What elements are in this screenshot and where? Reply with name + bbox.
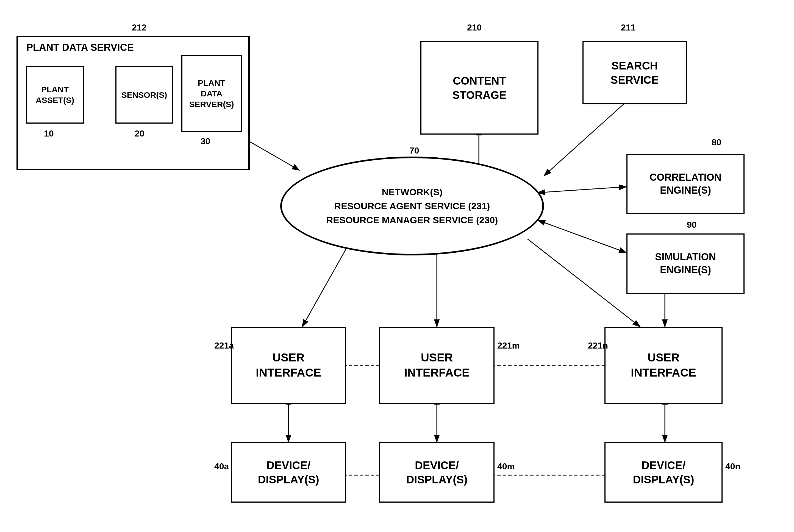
plant-data-server-id: 30 (201, 136, 210, 146)
search-service-id: 211 (621, 22, 636, 33)
correlation-engine-box: CORRELATIONENGINE(S) (626, 154, 744, 214)
correlation-engine-label: CORRELATIONENGINE(S) (649, 171, 721, 197)
correlation-engine-id: 80 (712, 137, 721, 148)
device-m-id: 40m (497, 461, 515, 472)
network-label: NETWORK(S)RESOURCE AGENT SERVICE (231)RE… (326, 185, 498, 227)
user-interface-a-box: USERINTERFACE (231, 327, 346, 404)
ui-m-id: 221m (497, 341, 520, 351)
sensor-id: 20 (135, 129, 145, 139)
user-interface-n-label: USERINTERFACE (631, 350, 696, 380)
content-storage-label: CONTENTSTORAGE (452, 74, 506, 102)
device-display-m-label: DEVICE/DISPLAY(S) (406, 458, 467, 487)
device-display-a-label: DEVICE/DISPLAY(S) (258, 458, 319, 487)
plant-asset-id: 10 (44, 129, 54, 139)
sensor-box: SENSOR(S) (115, 66, 173, 124)
sensor-label: SENSOR(S) (121, 90, 167, 100)
device-display-n-label: DEVICE/DISPLAY(S) (633, 458, 694, 487)
ui-n-id: 221n (588, 341, 608, 351)
network-ellipse: NETWORK(S)RESOURCE AGENT SERVICE (231)RE… (280, 156, 544, 255)
plant-asset-label: PLANTASSET(S) (36, 84, 74, 106)
device-display-a-box: DEVICE/DISPLAY(S) (231, 442, 346, 502)
plant-data-service-id: 212 (132, 22, 147, 33)
plant-data-server-label: PLANTDATASERVER(S) (189, 77, 234, 110)
simulation-engine-label: SIMULATIONENGINE(S) (655, 251, 716, 277)
device-display-n-box: DEVICE/DISPLAY(S) (604, 442, 722, 502)
user-interface-m-box: USERINTERFACE (379, 327, 494, 404)
device-display-m-box: DEVICE/DISPLAY(S) (379, 442, 494, 502)
simulation-engine-box: SIMULATIONENGINE(S) (626, 233, 744, 294)
user-interface-n-box: USERINTERFACE (604, 327, 722, 404)
content-storage-box: CONTENTSTORAGE (420, 41, 538, 135)
user-interface-a-label: USERINTERFACE (256, 350, 321, 380)
simulation-engine-id: 90 (687, 220, 697, 230)
plant-asset-box: PLANTASSET(S) (26, 66, 84, 124)
network-id: 70 (409, 146, 419, 156)
device-a-id: 40a (214, 461, 229, 472)
ui-a-id: 221a (214, 341, 234, 351)
content-storage-id: 210 (467, 22, 481, 33)
search-service-box: SEARCHSERVICE (583, 41, 687, 104)
search-service-label: SEARCHSERVICE (611, 58, 659, 87)
plant-data-service-label: PLANT DATA SERVICE (26, 42, 134, 53)
plant-data-server-box: PLANTDATASERVER(S) (181, 55, 242, 132)
device-n-id: 40n (725, 461, 740, 472)
user-interface-m-label: USERINTERFACE (404, 350, 470, 380)
